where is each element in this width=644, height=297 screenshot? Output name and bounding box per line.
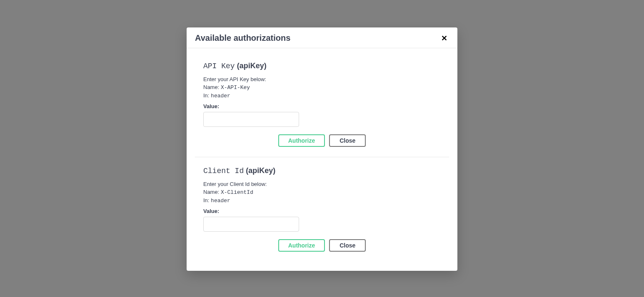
authorize-button[interactable]: Authorize: [278, 134, 325, 147]
name-label: Name:: [203, 84, 219, 90]
auth-name: Client Id: [203, 167, 244, 175]
api-key-input[interactable]: [203, 112, 299, 127]
modal-header: Available authorizations ✕: [187, 27, 457, 48]
auth-in-row: In: header: [203, 197, 441, 204]
auth-description: Enter your API Key below:: [203, 76, 441, 82]
value-label: Value:: [203, 103, 441, 109]
auth-name-row: Name: X-ClientId: [203, 189, 441, 196]
name-value: X-ClientId: [221, 189, 253, 196]
modal-body: API Key (apiKey) Enter your API Key belo…: [187, 48, 457, 271]
name-value: X-API-Key: [221, 84, 250, 91]
in-value: header: [211, 93, 230, 99]
in-label: In:: [203, 197, 209, 203]
close-button[interactable]: Close: [329, 134, 366, 147]
auth-in-row: In: header: [203, 92, 441, 99]
in-label: In:: [203, 92, 209, 99]
authorizations-modal: Available authorizations ✕ API Key (apiK…: [187, 27, 457, 271]
button-row: Authorize Close: [203, 239, 441, 252]
auth-name: API Key: [203, 62, 235, 70]
auth-section-api-key: API Key (apiKey) Enter your API Key belo…: [195, 57, 449, 154]
modal-title: Available authorizations: [195, 33, 290, 43]
client-id-input[interactable]: [203, 217, 299, 232]
close-button[interactable]: Close: [329, 239, 366, 252]
auth-name-row: Name: X-API-Key: [203, 84, 441, 91]
auth-heading: API Key (apiKey): [203, 62, 441, 70]
auth-description: Enter your Client Id below:: [203, 181, 441, 187]
auth-heading: Client Id (apiKey): [203, 166, 441, 175]
value-label: Value:: [203, 208, 441, 214]
in-value: header: [211, 198, 230, 204]
auth-section-client-id: Client Id (apiKey) Enter your Client Id …: [195, 157, 449, 259]
name-label: Name:: [203, 189, 219, 195]
authorize-button[interactable]: Authorize: [278, 239, 325, 252]
auth-scheme: (apiKey): [246, 166, 275, 175]
button-row: Authorize Close: [203, 134, 441, 147]
auth-scheme: (apiKey): [237, 62, 267, 70]
close-icon[interactable]: ✕: [439, 35, 449, 42]
